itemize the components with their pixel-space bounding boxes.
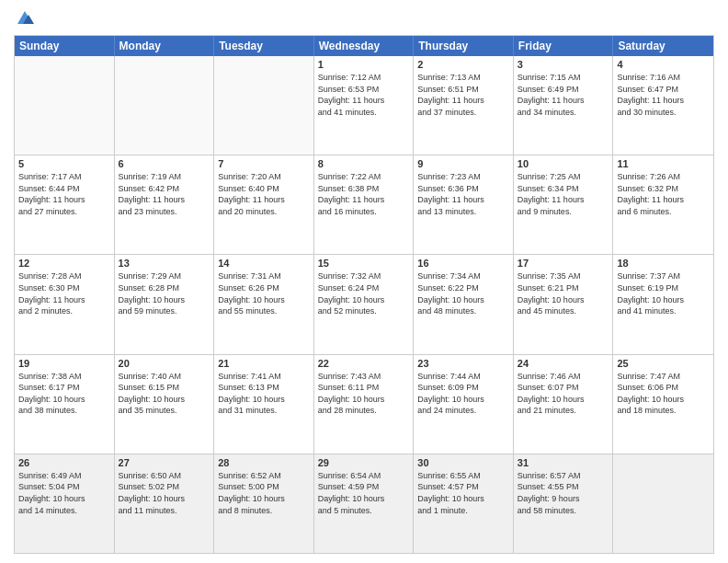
- cell-info: Sunrise: 7:13 AM Sunset: 6:51 PM Dayligh…: [417, 72, 509, 118]
- cell-info: Sunrise: 7:22 AM Sunset: 6:38 PM Dayligh…: [318, 171, 410, 217]
- cell-info: Sunrise: 7:15 AM Sunset: 6:49 PM Dayligh…: [518, 72, 609, 118]
- calendar-cell: 24Sunrise: 7:46 AM Sunset: 6:07 PM Dayli…: [514, 355, 614, 454]
- cell-info: Sunrise: 7:32 AM Sunset: 6:24 PM Dayligh…: [318, 270, 410, 316]
- day-number: 11: [617, 158, 710, 169]
- cell-info: Sunrise: 6:55 AM Sunset: 4:57 PM Dayligh…: [417, 470, 509, 516]
- day-number: 21: [218, 358, 310, 369]
- calendar-cell: 16Sunrise: 7:34 AM Sunset: 6:22 PM Dayli…: [414, 255, 514, 353]
- day-of-week-saturday: Saturday: [613, 36, 713, 56]
- cell-info: Sunrise: 6:57 AM Sunset: 4:55 PM Dayligh…: [518, 470, 609, 516]
- day-number: 5: [18, 158, 110, 169]
- calendar-cell: 27Sunrise: 6:50 AM Sunset: 5:02 PM Dayli…: [115, 454, 215, 553]
- cell-info: Sunrise: 7:28 AM Sunset: 6:30 PM Dayligh…: [18, 270, 110, 316]
- calendar-cell: 15Sunrise: 7:32 AM Sunset: 6:24 PM Dayli…: [314, 255, 415, 353]
- logo: [14, 9, 34, 28]
- day-number: 18: [617, 258, 710, 269]
- calendar-cell: 18Sunrise: 7:37 AM Sunset: 6:19 PM Dayli…: [613, 255, 713, 353]
- calendar-header: SundayMondayTuesdayWednesdayThursdayFrid…: [15, 36, 713, 56]
- day-of-week-monday: Monday: [115, 36, 215, 56]
- cell-info: Sunrise: 6:50 AM Sunset: 5:02 PM Dayligh…: [119, 470, 210, 516]
- day-number: 29: [318, 457, 410, 468]
- calendar-cell: 21Sunrise: 7:41 AM Sunset: 6:13 PM Dayli…: [214, 355, 314, 454]
- calendar-cell: 29Sunrise: 6:54 AM Sunset: 4:59 PM Dayli…: [314, 454, 415, 553]
- day-number: 23: [417, 358, 509, 369]
- cell-info: Sunrise: 7:23 AM Sunset: 6:36 PM Dayligh…: [417, 171, 509, 217]
- day-number: 16: [417, 258, 509, 269]
- cell-info: Sunrise: 6:54 AM Sunset: 4:59 PM Dayligh…: [318, 470, 410, 516]
- calendar-cell: 17Sunrise: 7:35 AM Sunset: 6:21 PM Dayli…: [514, 255, 614, 353]
- logo-icon: [16, 9, 34, 28]
- day-number: 4: [617, 59, 710, 70]
- day-number: 17: [518, 258, 609, 269]
- calendar-cell: 10Sunrise: 7:25 AM Sunset: 6:34 PM Dayli…: [514, 155, 614, 254]
- calendar-cell: 30Sunrise: 6:55 AM Sunset: 4:57 PM Dayli…: [414, 454, 514, 553]
- day-number: 24: [518, 358, 609, 369]
- cell-info: Sunrise: 7:47 AM Sunset: 6:06 PM Dayligh…: [617, 371, 710, 417]
- calendar-cell: 20Sunrise: 7:40 AM Sunset: 6:15 PM Dayli…: [115, 355, 215, 454]
- day-of-week-thursday: Thursday: [414, 36, 514, 56]
- cell-info: Sunrise: 7:19 AM Sunset: 6:42 PM Dayligh…: [119, 171, 210, 217]
- day-number: 3: [518, 59, 609, 70]
- day-number: 13: [119, 258, 210, 269]
- cell-info: Sunrise: 6:52 AM Sunset: 5:00 PM Dayligh…: [218, 470, 310, 516]
- cell-info: Sunrise: 7:41 AM Sunset: 6:13 PM Dayligh…: [218, 371, 310, 417]
- day-of-week-tuesday: Tuesday: [214, 36, 314, 56]
- day-number: 15: [318, 258, 410, 269]
- calendar-cell: [613, 454, 713, 553]
- cell-info: Sunrise: 7:12 AM Sunset: 6:53 PM Dayligh…: [318, 72, 410, 118]
- calendar-cell: 4Sunrise: 7:16 AM Sunset: 6:47 PM Daylig…: [613, 56, 713, 155]
- day-of-week-friday: Friday: [514, 36, 614, 56]
- cell-info: Sunrise: 7:35 AM Sunset: 6:21 PM Dayligh…: [518, 270, 609, 316]
- calendar-cell: 23Sunrise: 7:44 AM Sunset: 6:09 PM Dayli…: [414, 355, 514, 454]
- day-number: 12: [18, 258, 110, 269]
- header: [14, 9, 714, 28]
- day-number: 8: [318, 158, 410, 169]
- calendar-cell: 31Sunrise: 6:57 AM Sunset: 4:55 PM Dayli…: [514, 454, 614, 553]
- day-number: 22: [318, 358, 410, 369]
- calendar-cell: 8Sunrise: 7:22 AM Sunset: 6:38 PM Daylig…: [314, 155, 415, 254]
- cell-info: Sunrise: 6:49 AM Sunset: 5:04 PM Dayligh…: [18, 470, 110, 516]
- calendar-cell: 13Sunrise: 7:29 AM Sunset: 6:28 PM Dayli…: [115, 255, 215, 353]
- day-number: 30: [417, 457, 509, 468]
- day-number: 31: [518, 457, 609, 468]
- calendar-week-2: 5Sunrise: 7:17 AM Sunset: 6:44 PM Daylig…: [15, 155, 713, 254]
- calendar-cell: 6Sunrise: 7:19 AM Sunset: 6:42 PM Daylig…: [115, 155, 215, 254]
- calendar-cell: 5Sunrise: 7:17 AM Sunset: 6:44 PM Daylig…: [15, 155, 115, 254]
- day-number: 7: [218, 158, 310, 169]
- cell-info: Sunrise: 7:17 AM Sunset: 6:44 PM Dayligh…: [18, 171, 110, 217]
- cell-info: Sunrise: 7:31 AM Sunset: 6:26 PM Dayligh…: [218, 270, 310, 316]
- day-of-week-wednesday: Wednesday: [314, 36, 415, 56]
- calendar-cell: [115, 56, 215, 155]
- calendar-cell: 2Sunrise: 7:13 AM Sunset: 6:51 PM Daylig…: [414, 56, 514, 155]
- page: SundayMondayTuesdayWednesdayThursdayFrid…: [0, 0, 728, 563]
- calendar-cell: 28Sunrise: 6:52 AM Sunset: 5:00 PM Dayli…: [214, 454, 314, 553]
- calendar-cell: [15, 56, 115, 155]
- calendar-cell: 25Sunrise: 7:47 AM Sunset: 6:06 PM Dayli…: [613, 355, 713, 454]
- day-number: 14: [218, 258, 310, 269]
- calendar-week-1: 1Sunrise: 7:12 AM Sunset: 6:53 PM Daylig…: [15, 56, 713, 155]
- calendar-cell: 19Sunrise: 7:38 AM Sunset: 6:17 PM Dayli…: [15, 355, 115, 454]
- day-number: 9: [417, 158, 509, 169]
- day-number: 25: [617, 358, 710, 369]
- cell-info: Sunrise: 7:16 AM Sunset: 6:47 PM Dayligh…: [617, 72, 710, 118]
- calendar-cell: 1Sunrise: 7:12 AM Sunset: 6:53 PM Daylig…: [314, 56, 415, 155]
- cell-info: Sunrise: 7:37 AM Sunset: 6:19 PM Dayligh…: [617, 270, 710, 316]
- calendar-cell: [214, 56, 314, 155]
- calendar: SundayMondayTuesdayWednesdayThursdayFrid…: [14, 35, 714, 554]
- calendar-cell: 9Sunrise: 7:23 AM Sunset: 6:36 PM Daylig…: [414, 155, 514, 254]
- calendar-cell: 26Sunrise: 6:49 AM Sunset: 5:04 PM Dayli…: [15, 454, 115, 553]
- calendar-week-5: 26Sunrise: 6:49 AM Sunset: 5:04 PM Dayli…: [15, 454, 713, 553]
- day-number: 10: [518, 158, 609, 169]
- day-number: 27: [119, 457, 210, 468]
- cell-info: Sunrise: 7:26 AM Sunset: 6:32 PM Dayligh…: [617, 171, 710, 217]
- day-number: 26: [18, 457, 110, 468]
- cell-info: Sunrise: 7:29 AM Sunset: 6:28 PM Dayligh…: [119, 270, 210, 316]
- calendar-week-4: 19Sunrise: 7:38 AM Sunset: 6:17 PM Dayli…: [15, 354, 713, 454]
- cell-info: Sunrise: 7:46 AM Sunset: 6:07 PM Dayligh…: [518, 371, 609, 417]
- day-number: 2: [417, 59, 509, 70]
- day-number: 19: [18, 358, 110, 369]
- day-of-week-sunday: Sunday: [15, 36, 115, 56]
- cell-info: Sunrise: 7:20 AM Sunset: 6:40 PM Dayligh…: [218, 171, 310, 217]
- calendar-cell: 11Sunrise: 7:26 AM Sunset: 6:32 PM Dayli…: [613, 155, 713, 254]
- day-number: 6: [119, 158, 210, 169]
